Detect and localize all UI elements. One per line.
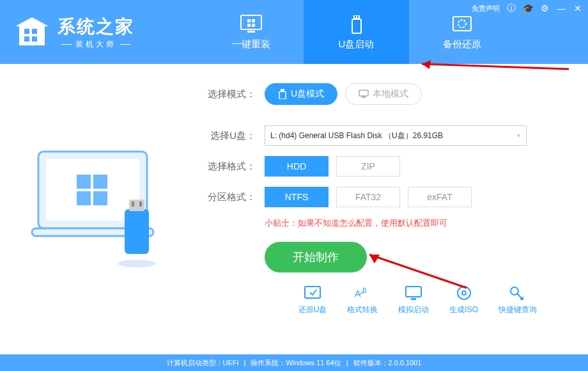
svg-rect-22 (359, 90, 368, 96)
tab-usb-boot[interactable]: U盘启动 (304, 0, 409, 64)
svg-rect-28 (411, 298, 416, 300)
svg-rect-16 (129, 200, 144, 211)
svg-rect-27 (406, 287, 421, 297)
svg-rect-17 (132, 201, 134, 207)
svg-rect-1 (32, 29, 37, 34)
disk-select[interactable]: L: (hd4) General USB Flash Disk （U盘）26.9… (265, 125, 527, 146)
logo-title: 系统之家 (58, 15, 134, 39)
backup-icon (449, 14, 475, 35)
tab-label: U盘启动 (339, 38, 375, 51)
svg-text:A: A (355, 288, 361, 299)
mode-usb-button[interactable]: U盘模式 (265, 83, 337, 105)
os-info: 操作系统：Windows 11 64位 (251, 358, 341, 368)
partition-label: 分区格式： (198, 191, 256, 203)
svg-rect-4 (241, 15, 261, 29)
footer-tools: 还原U盘 AB 格式转换 模拟启动 生成ISO 快捷键查询 (198, 272, 562, 322)
disk-label: 选择U盘： (198, 130, 256, 142)
logo-icon (13, 16, 51, 48)
mode-label: 选择模式： (198, 88, 256, 100)
svg-rect-7 (352, 19, 361, 33)
svg-rect-5 (247, 31, 255, 33)
svg-point-30 (462, 291, 466, 295)
convert-icon: AB (353, 285, 371, 301)
svg-rect-9 (357, 16, 359, 18)
svg-point-19 (118, 260, 156, 267)
boot-type: 计算机启动类型：UEFI (167, 358, 239, 368)
header: 系统之家 装机大师 一键重装 U盘启动 备份还原 (0, 0, 588, 64)
info-icon[interactable]: ⓘ (506, 3, 516, 14)
tip-text: 小贴士：如果不知道怎么配置，使用默认配置即可 (265, 217, 562, 229)
monitor-icon (405, 285, 422, 301)
settings-icon[interactable]: ⚙ (539, 3, 550, 13)
tool-simulate-boot[interactable]: 模拟启动 (398, 285, 429, 315)
logo-area: 系统之家 装机大师 (0, 15, 198, 50)
monitor-small-icon (359, 90, 369, 99)
svg-rect-15 (125, 209, 149, 254)
tab-label: 备份还原 (443, 38, 481, 51)
tool-generate-iso[interactable]: 生成ISO (449, 285, 478, 315)
version-info: 软件版本：2.0.0.1001 (353, 358, 422, 368)
format-label: 选择格式： (198, 161, 256, 173)
svg-rect-2 (24, 36, 29, 42)
svg-rect-10 (453, 17, 471, 31)
reinstall-icon (238, 14, 264, 35)
graduation-icon[interactable]: 🎓 (523, 3, 533, 13)
svg-text:B: B (362, 287, 367, 294)
partition-ntfs-button[interactable]: NTFS (265, 187, 329, 207)
tool-hotkey-query[interactable]: 快捷键查询 (499, 285, 537, 315)
minimize-button[interactable]: — (556, 3, 566, 13)
tool-format-convert[interactable]: AB 格式转换 (347, 285, 378, 315)
usb-icon (344, 14, 369, 35)
illustration (0, 64, 198, 354)
tab-reinstall[interactable]: 一键重装 (198, 0, 304, 64)
format-zip-button[interactable]: ZIP (336, 156, 400, 177)
logo-subtitle: 装机大师 (58, 39, 134, 50)
svg-rect-8 (355, 16, 356, 18)
format-hdd-button[interactable]: HDD (265, 156, 329, 177)
tool-restore-usb[interactable]: 还原U盘 (298, 285, 327, 315)
form-area: 选择模式： U盘模式 本地模式 选择U盘： L: (hd4) General U… (198, 64, 588, 354)
disclaimer-link[interactable]: 免责声明 (472, 4, 500, 13)
window-controls: 免责声明 ⓘ 🎓 ⚙ — ✕ (472, 3, 583, 14)
mode-local-button[interactable]: 本地模式 (345, 83, 422, 105)
key-icon (509, 285, 527, 301)
svg-point-11 (458, 20, 466, 28)
disc-icon (455, 285, 473, 301)
statusbar: 计算机启动类型：UEFI | 操作系统：Windows 11 64位 | 软件版… (0, 354, 588, 371)
usb-small-icon (278, 89, 287, 99)
svg-rect-0 (24, 29, 29, 34)
start-button[interactable]: 开始制作 (265, 242, 367, 272)
svg-rect-24 (305, 287, 320, 298)
close-button[interactable]: ✕ (573, 3, 583, 13)
svg-rect-23 (362, 97, 366, 98)
svg-point-29 (458, 287, 470, 299)
partition-fat32-button[interactable]: FAT32 (336, 187, 400, 207)
svg-rect-18 (139, 201, 142, 207)
content-area: 选择模式： U盘模式 本地模式 选择U盘： L: (hd4) General U… (0, 64, 588, 354)
tab-label: 一键重装 (232, 38, 270, 51)
main-tabs: 一键重装 U盘启动 备份还原 (198, 0, 514, 64)
partition-exfat-button[interactable]: exFAT (408, 187, 472, 207)
svg-rect-3 (32, 36, 37, 42)
svg-rect-21 (279, 91, 286, 99)
restore-icon (304, 285, 321, 301)
